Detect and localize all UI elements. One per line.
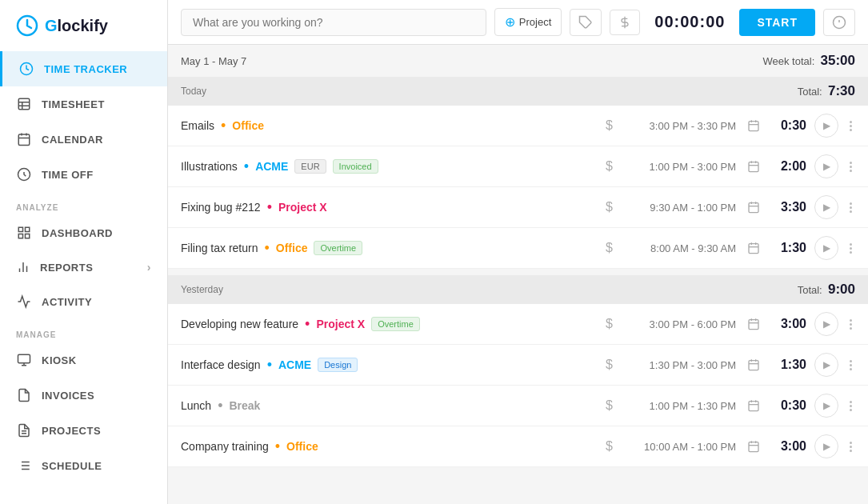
project-label: Project bbox=[519, 16, 551, 28]
play-button[interactable]: ▶ bbox=[814, 353, 838, 377]
sidebar-item-activity[interactable]: ACTIVITY bbox=[0, 284, 167, 319]
svg-rect-11 bbox=[18, 227, 22, 231]
billing-button[interactable] bbox=[610, 10, 640, 35]
svg-rect-42 bbox=[749, 203, 758, 213]
schedule-icon bbox=[16, 458, 32, 474]
calendar-icon[interactable] bbox=[744, 242, 763, 254]
more-options-button[interactable] bbox=[846, 360, 855, 370]
logo-icon bbox=[16, 14, 38, 37]
entry-description: Company training • Office bbox=[181, 439, 594, 454]
calendar-icon[interactable] bbox=[744, 119, 763, 132]
more-options-button[interactable] bbox=[846, 162, 855, 172]
entry-duration: 0:30 bbox=[771, 398, 806, 413]
svg-rect-34 bbox=[749, 122, 758, 131]
play-button[interactable]: ▶ bbox=[814, 154, 838, 178]
day-group-yesterday: Yesterday Total: 9:00 Developing new fea… bbox=[168, 275, 868, 467]
svg-rect-2 bbox=[18, 98, 30, 110]
billing-icon[interactable]: $ bbox=[602, 200, 616, 214]
more-options-button[interactable] bbox=[846, 202, 855, 213]
entry-time-range: 3:00 PM - 3:30 PM bbox=[624, 120, 736, 132]
billing-icon[interactable]: $ bbox=[602, 439, 616, 454]
sidebar-item-schedule[interactable]: SCHEDULE bbox=[0, 448, 167, 483]
sidebar-item-time-off[interactable]: TIME OFF bbox=[0, 157, 167, 192]
sidebar-item-reports[interactable]: REPORTS › bbox=[0, 250, 167, 284]
entry-project: Office bbox=[232, 119, 264, 132]
more-options-button[interactable] bbox=[846, 442, 855, 452]
play-button[interactable]: ▶ bbox=[814, 434, 838, 458]
play-button[interactable]: ▶ bbox=[814, 236, 838, 260]
invoices-icon bbox=[16, 387, 32, 403]
project-dot: • bbox=[244, 159, 249, 174]
entry-time-range: 3:00 PM - 6:00 PM bbox=[624, 318, 736, 330]
play-button[interactable]: ▶ bbox=[814, 312, 838, 336]
sidebar-item-dashboard[interactable]: DASHBOARD bbox=[0, 215, 167, 250]
entry-duration: 0:30 bbox=[771, 118, 806, 133]
calendar-icon[interactable] bbox=[744, 160, 763, 173]
billing-icon[interactable]: $ bbox=[602, 358, 616, 372]
header-bar: ⊕ Project 00:00:00 START bbox=[168, 0, 868, 45]
sidebar-item-label: CALENDAR bbox=[42, 134, 103, 146]
history-button[interactable] bbox=[823, 9, 855, 36]
activity-icon bbox=[16, 294, 32, 310]
project-dot: • bbox=[221, 118, 226, 133]
entry-time-range: 10:00 AM - 1:00 PM bbox=[624, 441, 736, 453]
more-options-button[interactable] bbox=[846, 319, 855, 330]
add-project-button[interactable]: ⊕ Project bbox=[494, 8, 562, 36]
more-options-button[interactable] bbox=[846, 401, 855, 411]
entry-duration: 1:30 bbox=[771, 241, 806, 255]
more-options-button[interactable] bbox=[846, 121, 855, 131]
calendar-icon[interactable] bbox=[744, 358, 763, 371]
sidebar-item-timesheet[interactable]: TIMESHEET bbox=[0, 86, 167, 122]
play-button[interactable]: ▶ bbox=[814, 195, 838, 219]
tags-button[interactable] bbox=[570, 9, 602, 36]
day-total-value: 9:00 bbox=[828, 282, 855, 297]
start-button[interactable]: START bbox=[739, 9, 815, 36]
logo-text: Glockify bbox=[45, 17, 108, 35]
day-header-today: Today Total: 7:30 bbox=[168, 77, 868, 106]
calendar-icon[interactable] bbox=[744, 399, 763, 412]
billing-icon[interactable]: $ bbox=[602, 398, 616, 413]
table-row: Emails • Office $ 3:00 PM - 3:30 PM 0:30… bbox=[168, 106, 868, 146]
tag-badge: EUR bbox=[294, 159, 326, 174]
calendar-icon[interactable] bbox=[744, 440, 763, 453]
chevron-right-icon: › bbox=[147, 261, 151, 274]
more-options-button[interactable] bbox=[846, 243, 855, 254]
tag-badge-overtime: Overtime bbox=[371, 317, 420, 331]
billing-icon[interactable]: $ bbox=[602, 118, 616, 133]
logo: Glockify bbox=[0, 0, 167, 51]
sidebar-item-projects[interactable]: PROJECTS bbox=[0, 413, 167, 448]
entry-description: Filing tax return • Office Overtime bbox=[181, 241, 594, 255]
day-total: Total: 9:00 bbox=[798, 282, 855, 298]
time-tracker-icon bbox=[18, 61, 34, 77]
calendar-icon[interactable] bbox=[744, 318, 763, 330]
search-input[interactable] bbox=[181, 9, 486, 36]
table-row: Interface design • ACME Design $ 1:30 PM… bbox=[168, 345, 868, 386]
entry-description: Emails • Office bbox=[181, 118, 594, 133]
entry-description: Illustrations • ACME EUR Invoiced bbox=[181, 159, 594, 174]
billing-icon[interactable]: $ bbox=[602, 159, 616, 174]
sidebar-item-invoices[interactable]: INVOICES bbox=[0, 378, 167, 413]
calendar-icon[interactable] bbox=[744, 201, 763, 214]
sidebar-item-label: TIME TRACKER bbox=[44, 63, 127, 75]
billing-icon[interactable]: $ bbox=[602, 241, 616, 255]
entry-duration: 3:00 bbox=[771, 317, 806, 331]
table-row: Filing tax return • Office Overtime $ 8:… bbox=[168, 228, 868, 269]
project-dot: • bbox=[267, 358, 272, 372]
play-button[interactable]: ▶ bbox=[814, 114, 838, 138]
sidebar-item-kiosk[interactable]: KIOSK bbox=[0, 342, 167, 378]
day-label: Yesterday bbox=[181, 284, 223, 295]
sidebar-item-calendar[interactable]: CALENDAR bbox=[0, 122, 167, 157]
sidebar-item-label: DASHBOARD bbox=[42, 227, 113, 239]
sidebar-item-label: TIME OFF bbox=[42, 169, 94, 181]
project-dot: • bbox=[218, 398, 222, 413]
svg-rect-6 bbox=[18, 134, 30, 146]
project-dot: • bbox=[264, 241, 269, 255]
projects-icon bbox=[16, 422, 32, 438]
billing-icon[interactable]: $ bbox=[602, 317, 616, 331]
sidebar-item-time-tracker[interactable]: TIME TRACKER bbox=[0, 51, 167, 86]
kiosk-icon bbox=[16, 352, 32, 368]
entry-project: Break bbox=[229, 399, 260, 412]
entry-duration: 1:30 bbox=[771, 358, 806, 372]
project-dot: • bbox=[267, 200, 272, 214]
play-button[interactable]: ▶ bbox=[814, 394, 838, 418]
